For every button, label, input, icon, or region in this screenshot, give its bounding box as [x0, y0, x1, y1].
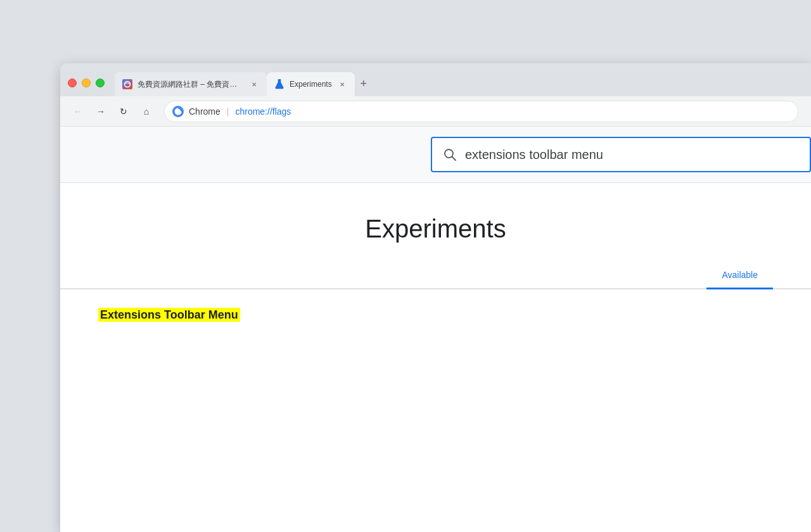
- title-bar: 免費資源網路社群 – 免費資源指引 ✕ Experiments ✕ +: [60, 63, 811, 96]
- main-content: Experiments Available Extensions Toolbar…: [60, 183, 811, 532]
- svg-line-3: [452, 157, 456, 161]
- close-window-button[interactable]: [68, 79, 77, 87]
- tab-1-favicon: [122, 79, 132, 89]
- tab-1[interactable]: 免費資源網路社群 – 免費資源指引 ✕: [115, 72, 267, 96]
- new-tab-button[interactable]: +: [355, 75, 373, 92]
- tab-2-title: Experiments: [290, 80, 332, 89]
- tab-2-flask-icon: [274, 79, 284, 89]
- search-box: [431, 137, 811, 172]
- back-button[interactable]: ←: [68, 101, 88, 122]
- page-title-section: Experiments: [60, 183, 811, 262]
- refresh-button[interactable]: ↻: [113, 101, 134, 122]
- tab-available[interactable]: Available: [706, 262, 773, 289]
- forward-button[interactable]: →: [91, 101, 111, 122]
- tab-2-close-button[interactable]: ✕: [337, 79, 347, 89]
- maximize-window-button[interactable]: [96, 79, 105, 87]
- address-url: chrome://flags: [235, 106, 291, 117]
- tabs-container: 免費資源網路社群 – 免費資源指引 ✕ Experiments ✕ +: [115, 72, 811, 96]
- flags-section: Extensions Toolbar Menu: [60, 289, 811, 341]
- svg-point-0: [125, 82, 131, 87]
- toolbar: ← → ↻ ⌂ Chrome | chrome://flags: [60, 96, 811, 127]
- flag-item-title: Extensions Toolbar Menu: [98, 308, 240, 322]
- chrome-logo-icon: [172, 106, 184, 117]
- tab-1-favicon-icon: [122, 79, 132, 89]
- address-chrome-label: Chrome: [189, 106, 220, 117]
- content-area: Experiments Available Extensions Toolbar…: [60, 127, 811, 532]
- search-icon: [442, 147, 457, 162]
- tab-1-close-button[interactable]: ✕: [249, 79, 259, 89]
- address-bar[interactable]: Chrome | chrome://flags: [164, 101, 798, 122]
- tab-2[interactable]: Experiments ✕: [267, 72, 355, 96]
- traffic-lights: [68, 79, 105, 87]
- search-section: [60, 127, 811, 183]
- home-button[interactable]: ⌂: [136, 101, 156, 122]
- flag-item-extensions-toolbar-menu: Extensions Toolbar Menu: [98, 308, 773, 322]
- minimize-window-button[interactable]: [82, 79, 91, 87]
- address-separator: |: [227, 106, 229, 117]
- page-title: Experiments: [365, 215, 506, 243]
- browser-window: 免費資源網路社群 – 免費資源指引 ✕ Experiments ✕ + ← →: [60, 63, 811, 532]
- content-tabs: Available: [60, 262, 811, 289]
- search-input[interactable]: [465, 148, 800, 162]
- tab-1-title: 免費資源網路社群 – 免費資源指引: [137, 79, 244, 90]
